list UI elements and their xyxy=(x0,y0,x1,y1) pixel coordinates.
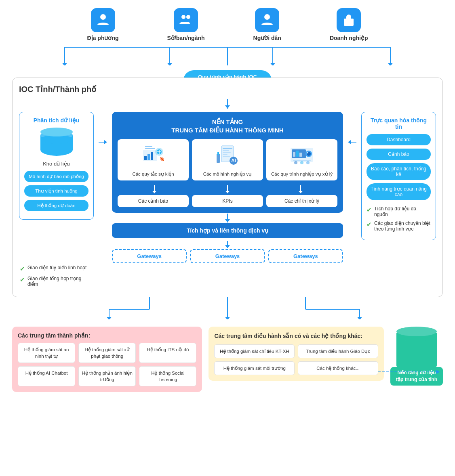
center-down-arrow-2 xyxy=(112,241,343,248)
gateway-3: Gateways xyxy=(268,249,343,263)
ioc-title: IOC Tỉnh/Thành phố xyxy=(19,84,436,94)
pink-grid: Hệ thống giám sát an ninh trật tự Hệ thố… xyxy=(18,343,196,386)
green-cylinder-container: Nền tảng dữ liệu tập trung của tỉnh xyxy=(390,327,443,386)
card-illustration-3 xyxy=(269,143,335,169)
bottom-card-canh-bao: Các cảnh báo xyxy=(118,195,189,207)
svg-rect-36 xyxy=(217,152,219,155)
pink-cell-1: Hệ thống giám sát xử phạt giao thông xyxy=(78,343,136,363)
database-icon-container: Kho dữ liệu xyxy=(24,128,88,167)
actor-icon-doanh-nghiep xyxy=(337,8,361,32)
actor-dia-phuong: Địa phương xyxy=(87,8,119,41)
svg-rect-35 xyxy=(217,154,220,163)
chip-bao-cao: Báo cáo, phân tích, thống kê xyxy=(367,163,431,180)
check-icon-left-2: ✔ xyxy=(20,276,25,283)
svg-point-46 xyxy=(294,161,297,164)
svg-rect-24 xyxy=(145,148,155,149)
svg-rect-32 xyxy=(223,156,230,157)
pink-cell-5: Hệ thống Social Listening xyxy=(139,366,196,386)
green-cylinder-visual xyxy=(396,327,437,375)
actor-nguoi-dan: Người dân xyxy=(253,8,281,41)
gateway-2: Gateways xyxy=(190,249,265,263)
card-label-2: Các mô hình nghiệp vụ xyxy=(194,171,261,177)
svg-rect-45 xyxy=(293,160,311,161)
actor-icon-nguoi-dan xyxy=(255,8,279,32)
svg-marker-12 xyxy=(167,63,172,65)
svg-point-44 xyxy=(307,152,308,153)
bottom-connector-arrows xyxy=(16,297,439,319)
svg-rect-31 xyxy=(223,154,227,155)
svg-point-2 xyxy=(186,15,190,19)
left-panel-title: Phân tích dữ liệu xyxy=(24,117,88,124)
pink-cell-3: Hệ thống AI Chatbot xyxy=(18,366,75,386)
orange-box-title: Các trung tâm điều hành sẵn có và các hệ… xyxy=(214,332,378,340)
orange-cell-1: Trung tâm điều hành Giáo Dục xyxy=(298,344,378,358)
orange-cell-0: Hệ thống giám sát chỉ tiêu KT-XH xyxy=(214,344,295,358)
chip-thu-vien: Thư viện tình huống xyxy=(24,185,88,197)
svg-rect-18 xyxy=(147,154,150,160)
svg-rect-30 xyxy=(223,152,231,153)
card-illustration-2: AI xyxy=(194,143,261,169)
center-down-arrow-1 xyxy=(112,214,343,222)
check-icon-2: ✔ xyxy=(367,221,372,228)
svg-point-47 xyxy=(300,161,303,164)
actor-label-so-ban-nganh: Sở/ban/ngành xyxy=(167,35,205,41)
svg-marker-54 xyxy=(225,317,230,319)
orange-cell-2: Hệ thống giám sát môi trường xyxy=(214,361,295,375)
svg-point-48 xyxy=(306,161,310,164)
right-check-1: ✔ Tích hợp dữ liệu đa nguồn xyxy=(367,206,431,217)
svg-rect-17 xyxy=(144,156,147,160)
center-to-right-arrow xyxy=(348,140,356,144)
chip-he-thong-du-doan: Hệ thống dự đoán xyxy=(24,200,88,211)
svg-marker-14 xyxy=(388,63,393,65)
top-actors-row: Địa phương Sở/ban/ngành Người dân Doanh … xyxy=(12,8,443,41)
nen-tang-title: NỀN TẢNG TRUNG TÂM ĐIỀU HÀNH THÔNG MINH xyxy=(118,117,337,134)
ioc-container: IOC Tỉnh/Thành phố Phân tích dữ liệu xyxy=(12,78,443,297)
pink-cell-4: Hệ thống phản ánh hiện trường xyxy=(78,366,136,386)
svg-rect-19 xyxy=(151,152,153,160)
actor-icon-dia-phuong xyxy=(91,8,115,32)
actor-doanh-nghiep: Doanh nghiệp xyxy=(330,8,368,41)
svg-point-1 xyxy=(181,15,185,19)
svg-marker-11 xyxy=(62,63,67,65)
svg-rect-41 xyxy=(299,153,302,157)
left-check-1: ✔ Giao diện tùy biến linh hoạt xyxy=(20,265,93,273)
svg-rect-40 xyxy=(296,151,299,157)
kho-du-lieu-label: Kho dữ liệu xyxy=(43,161,70,167)
actor-icon-so-ban-nganh xyxy=(174,8,198,32)
right-checks: ✔ Tích hợp dữ liệu đa nguồn ✔ Các giao d… xyxy=(367,206,431,232)
cards-arrows xyxy=(118,185,337,193)
top-arrows-area xyxy=(12,45,443,65)
orange-box-systems: Các trung tâm điều hành sẵn có và các hệ… xyxy=(209,327,384,381)
check-icon-1: ✔ xyxy=(367,206,372,214)
left-to-center-arrow xyxy=(99,140,107,144)
tich-hop-row: Tích hợp và liên thông dịch vụ xyxy=(112,223,343,238)
card-quy-tac: Các quy tắc sự kiện xyxy=(118,139,189,180)
bottom-section: Các trung tâm thành phần: Hệ thống giám … xyxy=(12,327,443,392)
svg-rect-29 xyxy=(223,150,229,151)
pink-box-title: Các trung tâm thành phần: xyxy=(18,332,196,339)
right-panel-title: Trực quan hóa thông tin xyxy=(367,117,431,130)
card-mo-hinh: AI Các mô hình nghiệp vụ xyxy=(192,139,263,180)
left-checks: ✔ Giao diện tùy biến linh hoạt ✔ Giao di… xyxy=(19,265,94,287)
left-check-2: ✔ Giao diện tổng hợp trọng điểm xyxy=(20,276,93,287)
card-quy-trinh: Các quy trình nghiệp vụ xử lý xyxy=(266,139,337,180)
database-cylinder xyxy=(40,128,73,156)
orange-cell-3: Các hệ thống khác... xyxy=(298,361,378,375)
svg-rect-39 xyxy=(293,152,295,157)
card-label-3: Các quy trình nghiệp vụ xử lý xyxy=(269,171,335,177)
actor-label-dia-phuong: Địa phương xyxy=(87,35,119,41)
three-cards-row: Các quy tắc sự kiện AI Các mô hình nghiệ… xyxy=(118,139,337,180)
chip-dashboard: Dashboard xyxy=(367,134,431,145)
chip-canh-bao: Cảnh báo xyxy=(367,149,431,160)
actor-so-ban-nganh: Sở/ban/ngành xyxy=(167,8,205,41)
bottom-cards-row: Các cảnh báo KPIs Các chỉ thị xử lý xyxy=(118,195,337,207)
card-label-1: Các quy tắc sự kiện xyxy=(120,171,186,177)
pink-box-components: Các trung tâm thành phần: Hệ thống giám … xyxy=(12,327,202,392)
svg-point-3 xyxy=(264,14,270,20)
orange-grid: Hệ thống giám sát chỉ tiêu KT-XH Trung t… xyxy=(214,344,378,375)
svg-rect-25 xyxy=(145,146,152,147)
ioc-inner-layout: Phân tích dữ liệu Kho dữ liệu Mô hình dự… xyxy=(19,112,436,263)
center-panel: NỀN TẢNG TRUNG TÂM ĐIỀU HÀNH THÔNG MINH … xyxy=(112,112,343,263)
left-panel-analysis: Phân tích dữ liệu Kho dữ liệu Mô hình dự… xyxy=(19,112,94,220)
svg-marker-52 xyxy=(107,317,112,319)
